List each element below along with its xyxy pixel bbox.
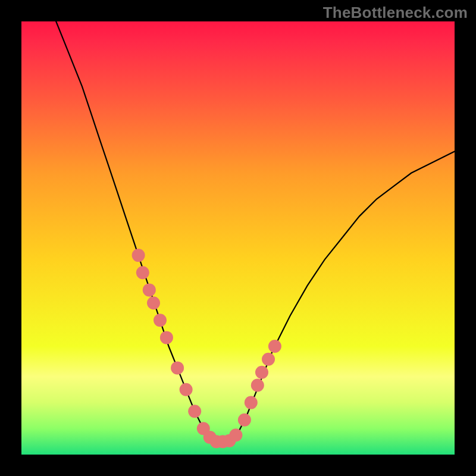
- marker-point: [188, 405, 201, 418]
- marker-point: [268, 340, 281, 353]
- marker-point: [180, 383, 193, 396]
- marker-point: [160, 331, 173, 344]
- marker-point: [245, 396, 258, 409]
- chart-frame: TheBottleneck.com: [0, 0, 476, 476]
- marker-point: [147, 296, 160, 309]
- marker-point: [171, 361, 184, 374]
- marker-point: [251, 379, 264, 392]
- plot-background: [21, 21, 455, 455]
- marker-point: [238, 414, 251, 427]
- marker-point: [136, 266, 149, 279]
- marker-point: [229, 428, 242, 441]
- marker-point: [255, 366, 268, 379]
- marker-point: [262, 353, 275, 366]
- marker-point: [132, 249, 145, 262]
- marker-point: [154, 314, 167, 327]
- bottleneck-chart: [0, 0, 476, 476]
- marker-point: [143, 283, 156, 296]
